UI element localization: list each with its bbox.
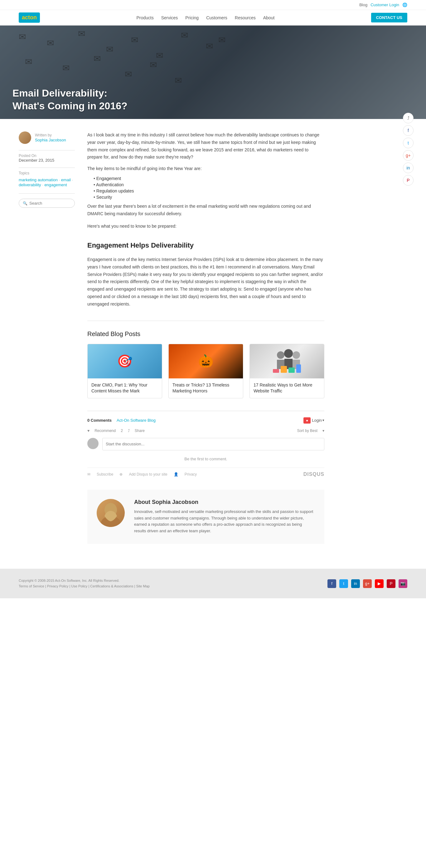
topics-tags: marketing automation · email · deliverab… (19, 177, 75, 187)
bullet-engagement: Engagement (93, 176, 324, 181)
logo-on: on (30, 14, 37, 21)
envelope-icon: ✉ (181, 30, 188, 40)
envelope-icon: ✉ (106, 44, 113, 55)
recommend-label[interactable]: Recommend (94, 429, 116, 433)
comment-avatar (87, 438, 98, 449)
footer-link-privacy[interactable]: Privacy Policy (47, 584, 68, 588)
add-disqus-label[interactable]: Add Disqus to your site (129, 472, 167, 476)
footer-link-certifications[interactable]: Certifications & Associations (90, 584, 133, 588)
sort-best[interactable]: Sort by Best (297, 429, 317, 433)
bio-text: Innovative, self-motivated and versatile… (134, 508, 315, 534)
content-wrapper: Written by Sophia Jacobson Posted On Dec… (0, 119, 426, 556)
nav-item-resources[interactable]: Resources (235, 15, 256, 20)
envelope-icon: ✉ (156, 51, 163, 61)
envelope-icon: ✉ (131, 35, 138, 45)
nav-item-products[interactable]: Products (136, 15, 153, 20)
envelope-icon: ✉ (150, 60, 157, 70)
svg-rect-9 (296, 364, 301, 373)
nav-item-pricing[interactable]: Pricing (185, 15, 199, 20)
disqus-brand: DISQUS (304, 471, 324, 477)
svg-rect-8 (288, 368, 295, 373)
logo-act: act (22, 14, 30, 21)
related-card-body-3: 17 Realistic Ways to Get More Website Tr… (250, 378, 324, 398)
login-label[interactable]: Login (312, 418, 322, 423)
share-panel: ⤴ f t g+ in P (403, 113, 414, 186)
tag-deliverability[interactable]: deliverability (19, 183, 41, 187)
comment-input[interactable] (102, 438, 324, 451)
footer-pinterest-button[interactable]: P (387, 579, 395, 588)
tag-marketing-automation[interactable]: marketing automation (19, 178, 58, 182)
related-card-title-1: Dear CMO, Part 1: Why Your Content Misse… (91, 382, 158, 394)
article-heading1: Engagement Helps Deliverability (87, 240, 324, 251)
heart-icon: ♥ (87, 429, 89, 433)
author-name-link[interactable]: Sophia Jacobson (35, 138, 66, 142)
hero-section: ✉ ✉ ✉ ✉ ✉ ✉ ✉ ✉ ✉ ✉ ✉ ✉ ✉ ✉ ✉ Email Deli… (0, 26, 426, 119)
bio-heading-prefix: About (134, 499, 152, 505)
tag-engagement[interactable]: engagement (44, 183, 67, 187)
footer-youtube-button[interactable]: ▶ (375, 579, 384, 588)
comment-input-row (87, 438, 324, 451)
nav-item-customers[interactable]: Customers (206, 15, 227, 20)
blog-link[interactable]: Blog (359, 2, 367, 7)
share-label[interactable]: Share (135, 429, 145, 433)
hero-title-line1: Email Deliverability: (12, 88, 107, 99)
pinterest-share-button[interactable]: P (403, 175, 414, 186)
related-card-3[interactable]: 17 Realistic Ways to Get More Website Tr… (250, 344, 324, 398)
left-sidebar: Written by Sophia Jacobson Posted On Dec… (19, 131, 75, 544)
footer-linkedin-button[interactable]: in (351, 579, 360, 588)
footer-googleplus-button[interactable]: g+ (363, 579, 372, 588)
article-paragraph3: Here's what you need to know to be prepa… (87, 223, 324, 230)
hero-title: Email Deliverability: What's Coming in 2… (0, 81, 140, 119)
author-photo (97, 499, 125, 527)
logo[interactable]: acton (19, 12, 40, 23)
subscribe-label[interactable]: Subscribe (97, 472, 113, 476)
related-card-image-3 (250, 344, 324, 378)
nav-links: Products Services Pricing Customers Reso… (136, 15, 275, 20)
target-icon: 🎯 (117, 354, 133, 368)
related-posts-heading: Related Blog Posts (87, 331, 324, 338)
customer-login-link[interactable]: Customer Login (370, 2, 399, 7)
footer-link-tos[interactable]: Terms of Service (19, 584, 44, 588)
envelope-icon: ✉ (218, 35, 225, 45)
pumpkin-icon: 🎃 (198, 354, 214, 368)
recommend-count: 2 (121, 429, 123, 433)
author-meta: Written by Sophia Jacobson (35, 133, 66, 142)
author-info: Written by Sophia Jacobson (19, 131, 75, 144)
posted-on: Posted On December 23, 2015 (19, 150, 75, 162)
contact-button[interactable]: CONTACT US (371, 13, 407, 23)
be-first-message: Be the first to comment. (87, 457, 324, 461)
envelope-icon: ✉ (78, 29, 85, 39)
related-card-2[interactable]: 🎃 Treats or Tricks? 13 Timeless Marketin… (168, 344, 243, 398)
footer-facebook-button[interactable]: f (328, 579, 336, 588)
googleplus-share-button[interactable]: g+ (403, 150, 414, 161)
search-input[interactable] (29, 201, 71, 206)
footer-link-use[interactable]: Use Policy (71, 584, 87, 588)
post-date: December 23, 2015 (19, 158, 75, 162)
written-by-label: Written by (35, 133, 66, 137)
tag-email[interactable]: email (61, 178, 71, 182)
search-box: 🔍 (19, 193, 75, 208)
bio-content: About Sophia Jacobson Innovative, self-m… (134, 499, 315, 534)
twitter-share-button[interactable]: t (403, 138, 414, 148)
privacy-icon: 👤 (174, 472, 178, 476)
blog-name-link[interactable]: Act-On Software Blog (117, 418, 155, 423)
footer-twitter-button[interactable]: t (339, 579, 348, 588)
people-chart-icon (271, 349, 303, 374)
disqus-footer-left: ✉ Subscribe ⊕ Add Disqus to your site 👤 … (87, 472, 197, 476)
linkedin-share-button[interactable]: in (403, 162, 414, 173)
footer-instagram-button[interactable]: 📷 (399, 579, 407, 588)
comments-section: 0 Comments Act-On Software Blog ● Login … (87, 411, 324, 477)
facebook-share-button[interactable]: f (403, 125, 414, 136)
share-button[interactable]: ⤴ (403, 113, 414, 123)
nav-item-about[interactable]: About (263, 15, 275, 20)
privacy-label[interactable]: Privacy (184, 472, 197, 476)
article-intro: As I look back at my time in this indust… (87, 131, 324, 161)
disqus-footer: ✉ Subscribe ⊕ Add Disqus to your site 👤 … (87, 467, 324, 477)
top-bar: Blog Customer Login 🌐 (0, 0, 426, 10)
bullet-list: Engagement Authentication Regulation upd… (93, 176, 324, 199)
related-card-1[interactable]: 🎯 Dear CMO, Part 1: Why Your Content Mis… (87, 344, 162, 398)
svg-point-0 (277, 351, 284, 359)
nav-item-services[interactable]: Services (161, 15, 178, 20)
envelope-icon: ✉ (47, 38, 54, 48)
footer-link-sitemap[interactable]: Site Map (136, 584, 149, 588)
